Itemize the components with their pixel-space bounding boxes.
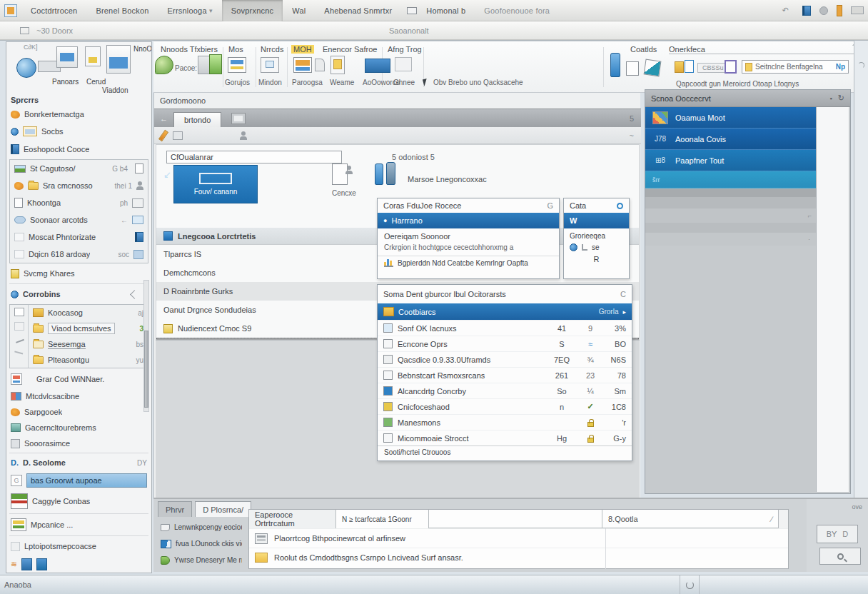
group1-item-2[interactable]: Khoontgaph [10,194,148,211]
bookmark-icon[interactable] [725,60,737,74]
ghnee-icon[interactable] [395,57,412,71]
sidebar-item-d[interactable]: Svcmg Khares [6,265,151,282]
table-row[interactable]: Alcancdrtg ConcrbySo¼Sm [378,383,632,398]
corner-cell[interactable] [778,510,788,528]
table-row[interactable]: Manesmons'r [378,414,632,430]
folder-item-2[interactable]: Seesemgabs [29,336,148,352]
bottom-col1-header[interactable]: Eaperooce Ortrtrcatum [249,510,336,528]
doc-copy-icon[interactable] [626,61,639,76]
sidebar-item-a[interactable]: Bonrkertemactga [6,106,151,122]
menu-item-5[interactable]: Ahebenad Snmrtxr [315,0,401,21]
pair-doc-icon[interactable] [675,61,684,73]
stamp-icon[interactable] [173,131,183,140]
pen-icon[interactable] [14,335,24,343]
right-panel-item-0[interactable]: Oaamua Moot [645,107,817,129]
table-row[interactable]: Bebnstcart Rsmoxsrcans2612378 [378,367,632,383]
popup1-line1[interactable]: Oereiqam Soonoor [378,228,559,241]
refresh-icon[interactable]: ↻ [838,94,844,103]
popup2-line1[interactable]: Grorieeqea [564,228,629,241]
folder-item-0[interactable]: Koocasogaj [29,305,148,321]
contact-icon[interactable] [240,131,247,140]
chart-mini-icon[interactable] [582,244,587,251]
window-btn-icon[interactable] [261,57,279,73]
menu-item-3[interactable]: Sovprxncnc [222,0,283,21]
sidebar-item2-1[interactable]: Sarpgooek [6,404,151,420]
table-row[interactable]: Ecncone OprsS≈BO [378,336,632,351]
table-row[interactable]: Sonf OK Iacnuxs4193% [378,320,632,336]
ribbon-btn-2[interactable]: Paroogsa [292,79,323,86]
globe-icon[interactable] [16,58,36,78]
cbssu-box[interactable]: CBSSu [697,63,729,73]
table-row[interactable]: Qacsdice 0.9.33.0Uframds7EQ¾N6S [378,351,632,367]
bottom-left-item-0[interactable]: Lenwnkpcengy eocious [156,519,246,535]
tab-pane2-icon[interactable] [14,322,24,331]
keyboard-icon[interactable] [851,6,864,14]
dot-blue-icon[interactable] [570,243,577,251]
folder-item-1[interactable]: Viaod bcmsutves3 [29,321,148,336]
bottom-left-item-2[interactable]: Ywrse Dneseryr Me rn) [156,552,246,568]
ribbon-btn-0[interactable]: Gorujos [225,79,250,86]
group1-item-3[interactable]: Soonaor arcotds← [10,211,148,228]
menu-item-6[interactable]: Homonal b [417,0,475,21]
back-icon[interactable]: ← [160,114,168,123]
sidebar-item2-2[interactable]: Gacerncltourebrems [6,420,151,436]
table-color-icon[interactable] [293,57,312,73]
folder-item-3[interactable]: Plteasontguyu [29,352,148,368]
scatter-icon[interactable]: ≋ [11,560,17,569]
menu-item-4[interactable]: Wal [283,0,315,21]
right-panel-item-3[interactable]: šrr [645,171,817,188]
bottom-tab-0[interactable]: Phrvr [158,501,192,517]
notebook-icon[interactable] [802,6,811,16]
ink-bottle-icon[interactable] [610,53,620,77]
sidebar-item-g[interactable]: Mpcanice ... [6,515,151,534]
menu-item-1[interactable]: Brenel Bockon [86,0,158,21]
popup1-selected-item[interactable]: ●Harrrano [378,213,559,228]
window-icon[interactable] [20,27,29,34]
signature-icon[interactable] [14,347,24,355]
menu-item-0[interactable]: Coctdrtrocen [21,0,86,21]
tab-overflow-glyph[interactable]: 5 [630,114,634,123]
undo-icon[interactable]: ↶ [773,0,798,21]
sidebar-item-c[interactable]: Eoshopockt Cooce [6,141,151,158]
search-input[interactable] [26,473,147,488]
sidebar-scrollbar[interactable] [143,280,149,412]
bottom-tab-1[interactable]: D Plosrnca/ [195,501,251,517]
cancel-button[interactable]: Cencxe [332,163,357,197]
sort-icon[interactable] [130,290,139,299]
popup1-line2[interactable]: Crkrgion it hochtgpce cecectohhonxmg a [378,241,559,253]
fill-teal-icon[interactable] [644,59,662,77]
group1-item-4[interactable]: Moscat Phntorizate [10,228,148,246]
page-curl-icon[interactable] [315,59,325,71]
app-teal-icon[interactable] [36,558,47,570]
flag-icon[interactable] [837,5,842,16]
bottom-row-1[interactable]: Roolut ds Cmdodtbsgns Csrnpo Lncivead Su… [249,548,788,567]
archive-icon[interactable] [56,46,78,68]
vertical-scrollbar[interactable] [854,41,868,498]
ribbon-btn-5[interactable]: Ghnee [393,79,415,86]
groups-icon[interactable] [228,57,246,73]
subject-input[interactable] [167,153,341,161]
group1-item-5[interactable]: Dqicn 618 ardoaysoc [10,246,148,263]
sidebar-item-f[interactable]: Caggyle Conbas [6,490,151,512]
status-circle-icon[interactable] [819,6,828,15]
app-blue-icon[interactable] [21,558,32,570]
tdialog-selected-row[interactable]: Cootbiarcs Grorla ▸ [378,303,632,320]
cube-folder2-icon[interactable] [209,54,222,74]
bottle-b-icon[interactable] [386,162,395,185]
preview-button[interactable] [819,548,861,565]
tdialog-corner-glyph[interactable]: C [620,290,626,298]
ribbon-btn-3[interactable]: Weame [330,79,354,86]
tab-brtondo[interactable]: brtondo [173,112,221,128]
bottle-a-icon[interactable] [375,163,383,185]
printer-icon[interactable] [106,45,131,74]
group1-item-0[interactable]: St Cagutoso/G b4 [10,160,148,177]
search-go-icon[interactable]: Np [836,63,845,71]
primary-button[interactable]: Fouv/ canann [173,165,258,203]
popup1-footer-item[interactable]: Bgpierddn Ndd Ceatcbe Kemrlngr Oapfta [378,256,559,270]
tab-pane-icon[interactable] [14,308,24,316]
card-icon[interactable] [85,46,101,66]
pair-doc2-icon[interactable] [685,60,694,73]
menu-item-2[interactable]: Errsnlooga ▾ [158,0,222,21]
bottom-col2-header[interactable]: N ≥ tcarfccata 1Goonr [336,510,429,528]
sidebar-item2-3[interactable]: Sooorasimce [6,436,151,451]
